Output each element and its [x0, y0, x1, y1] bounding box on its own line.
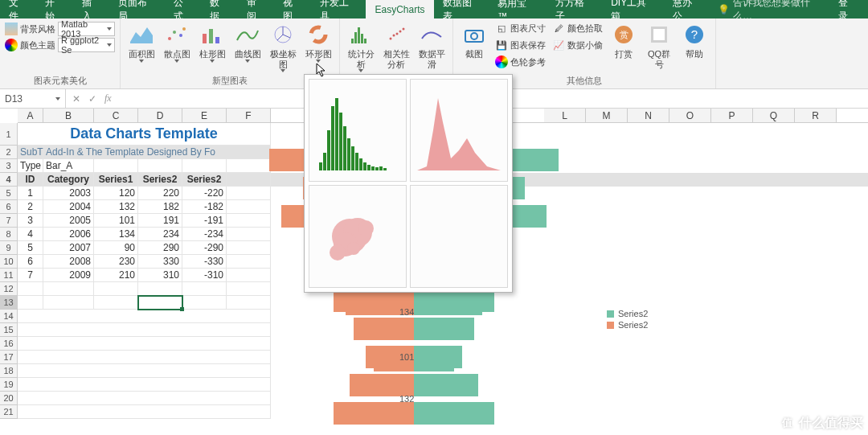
tab-review[interactable]: 审阅: [238, 0, 274, 18]
svg-rect-9: [351, 39, 354, 43]
svg-rect-31: [335, 98, 338, 170]
svg-rect-39: [367, 165, 371, 170]
save-icon: 💾: [495, 39, 508, 51]
cursor-icon: [316, 63, 327, 77]
bar-chart-icon: [199, 22, 225, 47]
svg-point-2: [179, 34, 182, 37]
tab-diy[interactable]: DIY工具箱: [602, 0, 664, 18]
gallery-empty[interactable]: [410, 185, 508, 288]
qq-group-button[interactable]: QQ群号: [643, 20, 675, 71]
tab-view[interactable]: 视图: [274, 0, 310, 18]
tab-hbg[interactable]: 慧办公: [664, 0, 710, 18]
help-button[interactable]: ?帮助: [678, 20, 710, 61]
data-thief-icon: 📈: [552, 39, 565, 51]
tab-eub[interactable]: 易用宝 ™: [489, 0, 547, 18]
group-misc-label: 其他信息: [567, 75, 602, 88]
tab-file[interactable]: 文件: [0, 0, 36, 18]
bulb-icon: 💡: [718, 4, 730, 15]
tab-ffgz[interactable]: 方方格子: [547, 0, 602, 18]
reward-icon: 赏: [611, 22, 637, 47]
svg-rect-29: [327, 130, 330, 170]
tab-datachart[interactable]: 数据图表: [434, 0, 489, 18]
area-chart-button[interactable]: 面积图: [125, 20, 158, 64]
line-chart-icon: [235, 22, 260, 47]
svg-point-17: [399, 31, 402, 33]
tab-layout[interactable]: 页面布局: [109, 0, 165, 18]
confirm-icon[interactable]: ✓: [88, 93, 96, 105]
chart-save-button[interactable]: 💾图表保存: [493, 37, 547, 53]
resize-icon: ◱: [495, 22, 508, 35]
correlation-button[interactable]: 相关性分析: [380, 20, 412, 71]
data-thief-button[interactable]: 📈数据小偷: [551, 37, 604, 53]
name-box[interactable]: D13: [0, 89, 66, 108]
svg-rect-30: [331, 106, 334, 170]
svg-point-20: [471, 33, 477, 39]
line-chart-button[interactable]: 曲线图: [231, 20, 264, 64]
color-wheel-icon: [495, 55, 508, 68]
svg-point-8: [311, 27, 326, 42]
svg-rect-34: [347, 138, 350, 170]
polar-chart-icon: [270, 22, 296, 47]
area-chart-icon: [129, 22, 154, 47]
svg-point-14: [390, 38, 392, 40]
stats-dropdown-gallery[interactable]: [304, 74, 513, 293]
bg-style-dropdown[interactable]: Matlab 2013: [58, 22, 115, 36]
svg-rect-37: [359, 158, 362, 170]
tab-data[interactable]: 数据: [201, 0, 237, 18]
smooth-button[interactable]: 数据平滑: [416, 20, 448, 71]
chart-legend: Series2 Series2: [607, 309, 648, 331]
scatter-chart-button[interactable]: 散点图: [161, 20, 193, 64]
svg-rect-43: [383, 168, 387, 170]
svg-rect-13: [364, 39, 366, 43]
svg-rect-42: [379, 166, 383, 170]
svg-point-0: [168, 37, 171, 40]
screenshot-button[interactable]: 截图: [458, 20, 490, 61]
color-theme-dropdown[interactable]: R ggplot2 Se: [58, 38, 115, 52]
group-theme-label: 图表元素美化: [34, 75, 87, 88]
scatter-chart-icon: [164, 22, 190, 47]
svg-point-1: [173, 31, 176, 34]
chart-size-button[interactable]: ◱图表尺寸: [493, 20, 547, 36]
gallery-density[interactable]: [410, 79, 508, 182]
svg-rect-41: [375, 167, 379, 170]
selected-cell-d13[interactable]: [138, 296, 182, 310]
bar-chart-button[interactable]: 柱形图: [196, 20, 228, 64]
gallery-scatter[interactable]: [309, 185, 407, 288]
svg-rect-4: [203, 34, 207, 43]
svg-rect-32: [339, 113, 342, 170]
polar-chart-button[interactable]: 极坐标图: [267, 20, 299, 74]
svg-rect-38: [363, 162, 366, 170]
svg-rect-24: [653, 29, 665, 40]
svg-point-18: [403, 28, 405, 31]
tab-easycharts[interactable]: EasyCharts: [366, 0, 433, 18]
svg-rect-33: [343, 126, 346, 170]
ring-chart-button[interactable]: 环形图: [302, 20, 334, 64]
svg-point-15: [393, 35, 395, 37]
color-pick-button[interactable]: 🖉颜色拾取: [551, 20, 604, 36]
cancel-icon[interactable]: ✕: [72, 93, 80, 105]
fx-icon[interactable]: fx: [104, 92, 112, 105]
reward-button[interactable]: 赏打赏: [608, 20, 640, 61]
svg-rect-5: [209, 29, 213, 43]
histogram-icon: [348, 22, 374, 47]
watermark: 值 什么值得买: [778, 414, 863, 432]
help-icon: ?: [682, 22, 707, 47]
svg-point-47: [330, 244, 346, 261]
svg-text:赏: 赏: [620, 30, 628, 39]
svg-rect-28: [323, 153, 326, 170]
gallery-histogram[interactable]: [309, 79, 407, 182]
svg-rect-40: [371, 166, 375, 170]
watermark-icon: 值: [778, 414, 796, 432]
color-wheel-button[interactable]: 色轮参考: [493, 54, 547, 70]
smooth-icon: [419, 22, 444, 47]
svg-point-49: [347, 242, 360, 255]
ribbon-tabs: 文件 开始 插入 页面布局 公式 数据 审阅 视图 开发工具 EasyChart…: [0, 0, 868, 18]
svg-rect-11: [358, 27, 360, 43]
tab-insert[interactable]: 插入: [73, 0, 109, 18]
stats-analysis-button[interactable]: 统计分析: [345, 20, 377, 74]
template-subtitle: Add-In & The Template Designed By Fo: [43, 146, 271, 159]
tab-formula[interactable]: 公式: [165, 0, 201, 18]
correlation-icon: [383, 22, 409, 47]
tab-dev[interactable]: 开发工具: [311, 0, 366, 18]
tab-home[interactable]: 开始: [36, 0, 72, 18]
